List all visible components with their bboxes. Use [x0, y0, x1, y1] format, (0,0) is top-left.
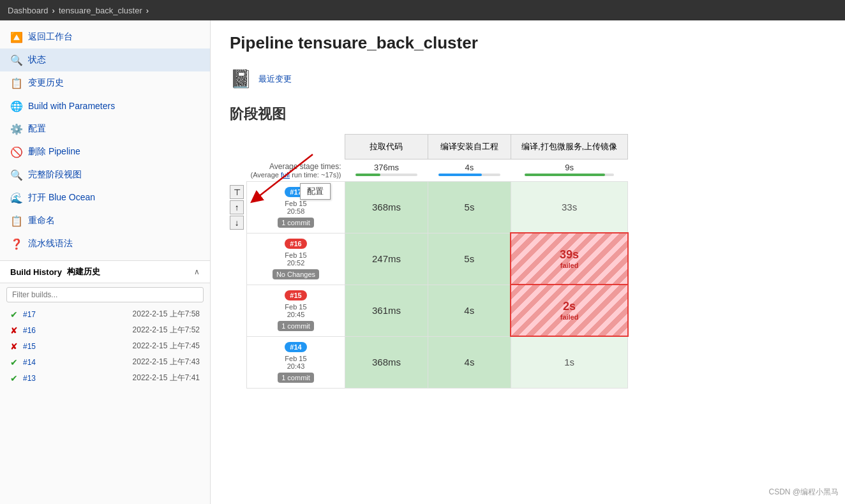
breadcrumb-dashboard[interactable]: Dashboard	[8, 6, 49, 15]
sidebar-label-delete[interactable]: 删除 Pipeline	[28, 146, 80, 158]
build-status-icon-15: ✘	[10, 341, 18, 352]
filter-builds-input[interactable]	[6, 287, 204, 302]
sidebar-item-delete-pipeline[interactable]: 🚫 删除 Pipeline	[0, 140, 210, 163]
stage-table: 拉取代码 编译安装自工程 编译,打包微服务,上传镜像 Average stage…	[246, 134, 629, 389]
change-history-icon: 📋	[10, 77, 23, 89]
build-list-item-17: ✔ #17 2022-2-15 上午7:58	[0, 306, 210, 322]
avg-full-run-label: (Average full run time: ~17s))	[251, 171, 341, 179]
build-row-15: #15 Feb 15 20:45 1 commit 361ms 4s 2s	[247, 285, 628, 336]
build-link-13[interactable]: #13	[23, 374, 36, 383]
build-history-label-en: Build History	[10, 267, 62, 277]
sidebar-item-blue-ocean[interactable]: 🌊 打开 Blue Ocean	[0, 186, 210, 209]
avg-row: Average stage times: (Average full run t…	[247, 159, 628, 182]
sidebar: 🔼 返回工作台 🔍 状态 📋 变更历史 🌐 Build with Paramet…	[0, 20, 211, 504]
stage-view-title: 阶段视图	[230, 105, 826, 124]
build-row-14: #14 Feb 15 20:43 1 commit 368ms 4s 1s	[247, 336, 628, 388]
sidebar-label-rename[interactable]: 重命名	[28, 215, 55, 226]
notebook-icon: 📓	[230, 68, 252, 89]
build-time-16: 20:52	[253, 259, 338, 267]
build-list-item-13: ✔ #13 2022-2-15 上午7:41	[0, 370, 210, 386]
build-time-14: 20:43	[253, 362, 338, 370]
build-status-icon-14: ✔	[10, 357, 18, 367]
build-link-16[interactable]: #16	[23, 326, 36, 335]
build-date-16: Feb 15	[253, 251, 338, 259]
failed-label-16: failed	[516, 262, 622, 269]
breadcrumb-sep2: ›	[146, 6, 149, 15]
build-17-col2: 5s	[465, 202, 475, 212]
sidebar-item-change-history[interactable]: 📋 变更历史	[0, 71, 210, 94]
build-time-14: 2022-2-15 上午7:43	[133, 357, 200, 367]
build-17-col3: 33s	[562, 202, 577, 212]
avg-col3: 9s	[513, 163, 625, 172]
sidebar-item-rename[interactable]: 📋 重命名	[0, 209, 210, 232]
sidebar-label-status[interactable]: 状态	[28, 54, 46, 66]
sidebar-label-config[interactable]: 配置	[28, 123, 46, 135]
build-history-header: Build History 构建历史 ∧	[0, 260, 210, 283]
full-stage-icon: 🔍	[10, 168, 23, 181]
build-time-13: 2022-2-15 上午7:41	[133, 373, 200, 383]
build-16-col2: 5s	[464, 253, 474, 264]
build-date-17: Feb 15	[253, 200, 338, 207]
sidebar-item-pipeline-syntax[interactable]: ❓ 流水线语法	[0, 232, 210, 255]
build-14-col3: 1s	[564, 357, 574, 367]
breadcrumb: Dashboard › tensuare_back_cluster ›	[8, 6, 149, 15]
sidebar-item-return[interactable]: 🔼 返回工作台	[0, 26, 210, 48]
config-icon: ⚙️	[10, 122, 23, 135]
col-header-2: 编译安装自工程	[428, 135, 511, 159]
main-content: Pipeline tensuare_back_cluster 📓 最近变更 阶段…	[211, 20, 845, 504]
failed-label-15: failed	[516, 313, 622, 321]
build-link-15[interactable]: #15	[23, 342, 36, 351]
commit-17: 1 commit	[278, 218, 314, 228]
build-params-icon: 🌐	[10, 100, 23, 112]
build-time-17: 2022-2-15 上午7:58	[133, 309, 200, 320]
recent-changes-link[interactable]: 最近变更	[258, 73, 292, 85]
sidebar-label-syntax[interactable]: 流水线语法	[28, 238, 73, 249]
build-15-col3-failed: 2s failed	[511, 285, 627, 336]
breadcrumb-sep1: ›	[52, 6, 55, 15]
build-history-label-cn: 构建历史	[67, 266, 100, 278]
build-15-col2: 4s	[464, 305, 474, 316]
sidebar-label-blue-ocean[interactable]: 打开 Blue Ocean	[28, 192, 95, 204]
build-link-14[interactable]: #14	[23, 358, 36, 367]
return-icon: 🔼	[10, 31, 23, 43]
build-history-collapse[interactable]: ∧	[194, 267, 200, 276]
commit-16: No Changes	[273, 269, 319, 279]
full-link[interactable]: full	[281, 171, 290, 179]
scroll-top-button[interactable]: ⊤	[230, 185, 244, 199]
topbar: Dashboard › tensuare_back_cluster ›	[0, 0, 845, 20]
build-link-17[interactable]: #17	[23, 310, 36, 319]
scroll-controls: ⊤ ↑ ↓	[230, 185, 244, 389]
build-date-15: Feb 15	[253, 303, 338, 311]
sidebar-item-config[interactable]: ⚙️ 配置	[0, 117, 210, 140]
build-status-icon-13: ✔	[10, 373, 18, 383]
sidebar-label-return[interactable]: 返回工作台	[28, 31, 73, 43]
sidebar-item-build-params[interactable]: 🌐 Build with Parameters	[0, 94, 210, 117]
build-16-col3-failed: 39s failed	[511, 233, 627, 285]
sidebar-item-status[interactable]: 🔍 状态	[0, 48, 210, 71]
avg-col2: 4s	[430, 163, 508, 172]
build-time-17: 20:58	[253, 207, 338, 215]
build-badge-14[interactable]: #14	[285, 342, 306, 352]
tooltip-box: 配置	[300, 183, 331, 200]
build-date-14: Feb 15	[253, 355, 338, 362]
blue-ocean-icon: 🌊	[10, 191, 23, 204]
build-badge-15[interactable]: #15	[285, 290, 306, 300]
sidebar-label-change-history[interactable]: 变更历史	[28, 77, 64, 89]
col-header-1: 拉取代码	[345, 135, 428, 159]
scroll-down-button[interactable]: ↓	[230, 216, 244, 230]
breadcrumb-cluster[interactable]: tensuare_back_cluster	[59, 6, 142, 15]
sidebar-item-full-stage[interactable]: 🔍 完整阶段视图	[0, 163, 210, 186]
build-time-16: 2022-2-15 上午7:52	[133, 325, 200, 336]
sidebar-label-build-params[interactable]: Build with Parameters	[28, 101, 115, 111]
build-badge-16[interactable]: #16	[285, 239, 306, 249]
scroll-up-button[interactable]: ↑	[230, 200, 244, 214]
build-14-col2: 4s	[465, 357, 475, 367]
status-icon: 🔍	[10, 54, 23, 66]
build-time-15: 20:45	[253, 311, 338, 318]
commit-14: 1 commit	[278, 373, 314, 383]
build-14-col1: 368ms	[372, 357, 401, 367]
build-16-col1: 247ms	[372, 253, 401, 264]
sidebar-label-full-stage[interactable]: 完整阶段视图	[28, 169, 82, 181]
col-header-3: 编译,打包微服务,上传镜像	[511, 135, 627, 159]
tooltip-label: 配置	[307, 186, 324, 196]
